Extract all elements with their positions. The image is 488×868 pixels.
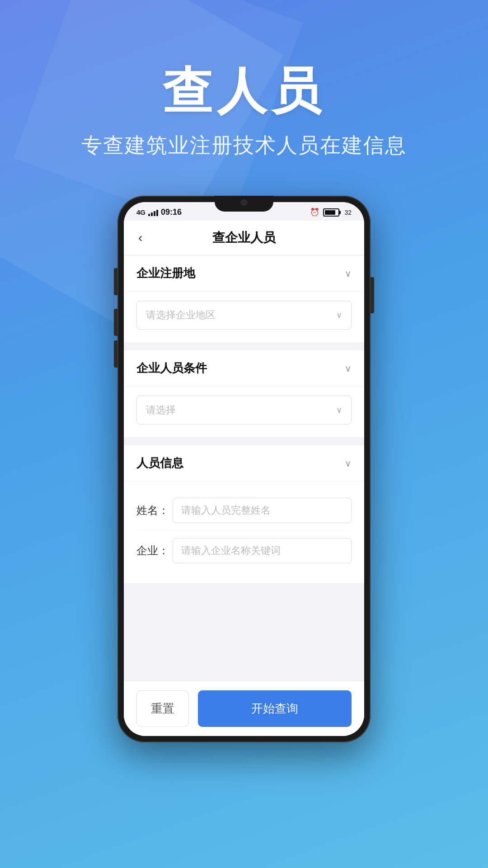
app-nav-bar: ‹ 查企业人员 bbox=[124, 221, 364, 255]
section-staff-condition: 企业人员条件 ∨ 请选择 ∨ bbox=[124, 350, 364, 437]
form-content: 企业注册地 ∨ 请选择企业地区 ∨ 企业人员条件 ∨ bbox=[124, 255, 364, 736]
company-region-dropdown[interactable]: 请选择企业地区 ∨ bbox=[136, 301, 352, 330]
signal-icon bbox=[148, 209, 158, 216]
company-input[interactable] bbox=[173, 538, 352, 563]
name-field-row: 姓名： bbox=[136, 491, 352, 531]
section-company-location-title: 企业注册地 bbox=[136, 265, 195, 281]
reset-button[interactable]: 重置 bbox=[136, 690, 189, 727]
content-spacer bbox=[124, 591, 364, 673]
dropdown-arrow-icon: ∨ bbox=[336, 310, 342, 320]
section-person-info: 人员信息 ∨ 姓名： 企业： bbox=[124, 445, 364, 583]
company-field-row: 企业： bbox=[136, 531, 352, 571]
battery-percent: 32 bbox=[344, 209, 352, 216]
back-button[interactable]: ‹ bbox=[135, 229, 146, 247]
search-button[interactable]: 开始查询 bbox=[198, 690, 352, 727]
bottom-action-bar: 重置 开始查询 bbox=[124, 681, 364, 736]
staff-condition-dropdown[interactable]: 请选择 ∨ bbox=[136, 396, 352, 425]
chevron-down-icon-2: ∨ bbox=[345, 363, 352, 374]
name-label: 姓名： bbox=[136, 503, 173, 518]
nav-title: 查企业人员 bbox=[212, 229, 276, 246]
page-subtitle: 专查建筑业注册技术人员在建信息 bbox=[0, 132, 488, 160]
phone-notch bbox=[215, 196, 273, 212]
dropdown-arrow-icon-2: ∨ bbox=[336, 405, 342, 415]
phone-mockup: 4G 09:16 ⏰ 32 bbox=[0, 196, 488, 742]
chevron-down-icon-3: ∨ bbox=[345, 458, 352, 469]
network-type: 4G bbox=[136, 208, 145, 216]
section-company-location-header[interactable]: 企业注册地 ∨ bbox=[124, 255, 364, 292]
chevron-down-icon: ∨ bbox=[345, 268, 352, 279]
battery-icon bbox=[323, 208, 339, 217]
section-staff-condition-header[interactable]: 企业人员条件 ∨ bbox=[124, 350, 364, 387]
status-time: 09:16 bbox=[161, 208, 182, 217]
camera-dot bbox=[241, 199, 247, 206]
section-person-info-title: 人员信息 bbox=[136, 455, 183, 471]
alarm-icon: ⏰ bbox=[310, 208, 319, 217]
staff-condition-placeholder: 请选择 bbox=[146, 403, 176, 417]
section-person-info-header[interactable]: 人员信息 ∨ bbox=[124, 445, 364, 481]
company-region-placeholder: 请选择企业地区 bbox=[146, 308, 216, 322]
section-company-location: 企业注册地 ∨ 请选择企业地区 ∨ bbox=[124, 255, 364, 342]
section-staff-condition-title: 企业人员条件 bbox=[136, 360, 207, 376]
page-main-title: 查人员 bbox=[0, 63, 488, 118]
company-label: 企业： bbox=[136, 543, 173, 558]
name-input[interactable] bbox=[173, 498, 352, 523]
